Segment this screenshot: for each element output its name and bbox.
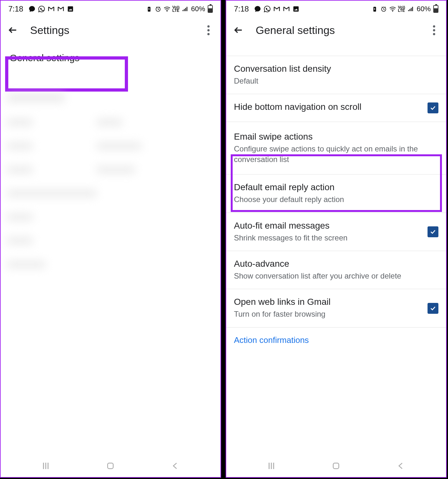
home-button[interactable] — [326, 459, 346, 472]
page-title: Settings — [30, 24, 203, 37]
conversation-density-row[interactable]: Conversation list density Default — [226, 56, 446, 94]
status-right: Vo))LTE 60% — [146, 5, 213, 13]
auto-advance-row[interactable]: Auto-advance Show conversation list afte… — [226, 251, 446, 289]
row-subtitle: Turn on for faster browsing — [234, 309, 421, 319]
svg-rect-0 — [68, 6, 73, 12]
auto-fit-messages-row[interactable]: Auto-fit email messages Shrink messages … — [226, 213, 446, 251]
open-web-links-row[interactable]: Open web links in Gmail Turn on for fast… — [226, 289, 446, 327]
row-title: Hide bottom navigation on scroll — [234, 102, 421, 112]
default-reply-action-row[interactable]: Default email reply action Choose your d… — [226, 175, 446, 213]
svg-rect-5 — [293, 6, 299, 12]
status-time: 7:18 — [8, 4, 23, 13]
alarm-icon — [155, 5, 162, 12]
wifi-icon — [164, 5, 171, 12]
volte-icon: Vo))LTE — [172, 6, 180, 12]
signal-icon — [181, 5, 188, 12]
row-title: Auto-advance — [234, 259, 438, 269]
battery-icon — [208, 5, 213, 13]
section-label: Action confirmations — [226, 328, 446, 345]
checkbox-checked[interactable] — [428, 303, 438, 314]
battery-icon — [433, 5, 438, 13]
blurred-content — [7, 93, 214, 302]
hide-bottom-nav-row[interactable]: Hide bottom navigation on scroll — [226, 94, 446, 122]
back-button[interactable] — [7, 24, 19, 36]
page-title: General settings — [256, 24, 428, 37]
android-nav-bar — [1, 455, 220, 477]
email-swipe-actions-row[interactable]: Email swipe actions Configure swipe acti… — [226, 122, 446, 175]
row-title: Open web links in Gmail — [234, 297, 421, 307]
app-bar: General settings — [226, 17, 446, 43]
row-title: General settings — [10, 53, 212, 63]
battery-percent: 60% — [417, 5, 431, 13]
battery-percent: 60% — [191, 5, 205, 13]
phone-right: 7:18 — [226, 0, 447, 478]
status-left: 7:18 — [234, 4, 300, 13]
battery-saver-icon — [146, 5, 153, 12]
battery-saver-icon — [371, 5, 378, 12]
checkbox-checked[interactable] — [428, 226, 438, 237]
photo-icon — [67, 5, 74, 12]
row-title: Auto-fit email messages — [234, 221, 421, 231]
more-menu-button[interactable] — [428, 24, 440, 36]
recents-button[interactable] — [36, 459, 55, 472]
status-bar: 7:18 — [1, 1, 220, 17]
back-button[interactable] — [233, 24, 244, 36]
status-right: Vo))LTE 60% — [371, 5, 438, 13]
svg-rect-9 — [333, 463, 339, 469]
back-nav-button[interactable] — [166, 459, 185, 472]
whatsapp-icon — [264, 5, 271, 12]
svg-point-3 — [166, 11, 167, 12]
whatsapp-icon — [38, 5, 45, 12]
phone-left: 7:18 — [0, 0, 221, 478]
signal-icon — [407, 5, 414, 12]
app-bar: Settings — [1, 17, 220, 43]
svg-point-8 — [392, 11, 393, 12]
general-settings-row[interactable]: General settings — [1, 43, 220, 75]
gmail-m-icon-1 — [273, 5, 280, 12]
row-subtitle: Show conversation list after you archive… — [234, 271, 438, 281]
home-button[interactable] — [101, 459, 120, 472]
more-menu-button[interactable] — [203, 24, 214, 36]
status-time: 7:18 — [234, 4, 249, 13]
row-subtitle: Shrink messages to fit the screen — [234, 233, 421, 243]
chat-bubble-icon — [254, 5, 261, 12]
row-title: Email swipe actions — [234, 132, 438, 142]
chat-bubble-icon — [28, 5, 36, 12]
recents-button[interactable] — [262, 459, 281, 472]
wifi-icon — [389, 5, 396, 12]
svg-rect-4 — [108, 463, 114, 469]
photo-icon — [292, 5, 300, 12]
checkbox-checked[interactable] — [428, 102, 438, 113]
row-subtitle: Configure swipe actions to quickly act o… — [234, 144, 438, 165]
row-subtitle: Choose your default reply action — [234, 194, 438, 205]
row-subtitle: Default — [234, 76, 438, 86]
gmail-m-icon-1 — [48, 5, 55, 12]
android-nav-bar — [226, 455, 446, 477]
row-title: Default email reply action — [234, 182, 438, 192]
alarm-icon — [380, 5, 387, 12]
settings-list: General settings — [1, 43, 220, 75]
status-left: 7:18 — [8, 4, 74, 13]
row-title: Conversation list density — [234, 64, 438, 74]
screenshot-divider — [221, 0, 226, 479]
volte-icon: Vo))LTE — [398, 6, 405, 12]
gmail-m-icon-2 — [283, 5, 290, 12]
settings-list: Conversation list density Default Hide b… — [226, 56, 446, 345]
back-nav-button[interactable] — [391, 459, 411, 472]
status-bar: 7:18 — [226, 1, 446, 17]
gmail-m-icon-2 — [57, 5, 64, 12]
